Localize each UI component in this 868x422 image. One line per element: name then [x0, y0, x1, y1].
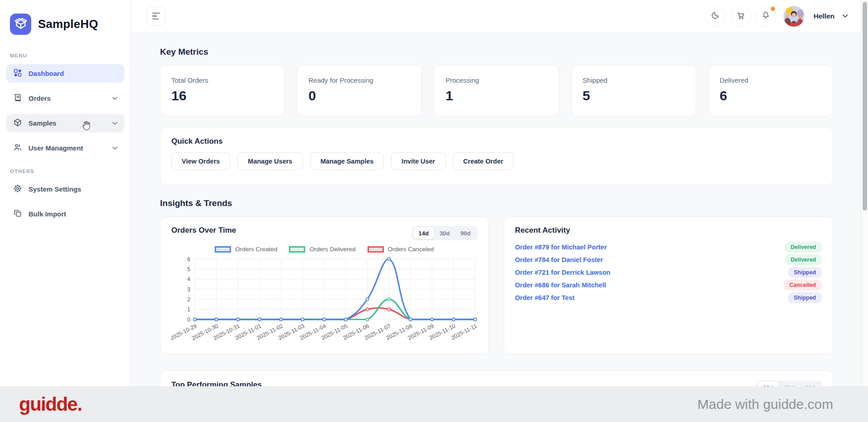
metric-label: Total Orders	[171, 76, 274, 84]
brand-name: SampleHQ	[38, 17, 98, 31]
orders-over-time-card: Orders Over Time 14d 30d 90d Orders Crea…	[160, 216, 489, 354]
metric-card-shipped: Shipped 5	[571, 65, 696, 117]
sidebar-item-dashboard[interactable]: Dashboard	[6, 64, 124, 83]
notification-dot	[771, 7, 775, 11]
menu-section-label: MENU	[10, 53, 131, 58]
user-name[interactable]: Hellen	[813, 12, 835, 20]
guidde-footer: guidde. Made with guidde.com	[0, 386, 868, 422]
avatar[interactable]	[783, 6, 804, 27]
dashboard-grid-icon	[13, 68, 22, 79]
activity-row: Order #879 for Michael Porter Delivered	[515, 241, 822, 253]
metric-card-ready-for-processing: Ready for Processing 0	[297, 65, 422, 117]
sidebar-item-label: Bulk Import	[28, 210, 66, 218]
order-link[interactable]: Order #784 for Daniel Foster	[515, 256, 603, 263]
orders-receipt-icon	[13, 93, 22, 103]
sidebar-item-orders[interactable]: Orders	[6, 89, 124, 108]
main-scrollbar[interactable]	[861, 0, 868, 386]
charts-row: Orders Over Time 14d 30d 90d Orders Crea…	[160, 216, 833, 354]
svg-text:6: 6	[187, 256, 190, 263]
metric-label: Ready for Processing	[308, 76, 410, 84]
range-30d-button[interactable]: 30d	[434, 227, 455, 239]
user-menu-chevron-icon[interactable]	[842, 14, 848, 18]
svg-text:1: 1	[187, 306, 190, 313]
topbar: Hellen	[131, 0, 868, 33]
svg-text:3: 3	[187, 286, 190, 293]
open-box-icon	[14, 17, 28, 32]
moon-icon	[711, 11, 720, 21]
metric-card-total-orders: Total Orders 16	[160, 65, 285, 117]
svg-text:2: 2	[187, 296, 190, 303]
svg-text:5: 5	[187, 266, 190, 272]
order-link[interactable]: Order #721 for Derrick Lawson	[515, 269, 610, 276]
recent-activity-title: Recent Activity	[515, 226, 822, 235]
key-metrics-title: Key Metrics	[160, 47, 833, 57]
samples-cube-icon	[13, 118, 22, 128]
brand: SampleHQ	[0, 0, 131, 35]
view-orders-button[interactable]: View Orders	[171, 152, 230, 170]
status-badge: Delivered	[785, 254, 822, 265]
status-badge: Delivered	[785, 242, 822, 253]
scrollbar-thumb[interactable]	[863, 2, 867, 211]
range-90d-button[interactable]: 90d	[455, 227, 476, 239]
others-section-label: OTHERS	[10, 169, 131, 174]
mouse-cursor	[81, 121, 90, 132]
orders-over-time-chart: 01234562025-10-292025-10-302025-10-31202…	[171, 255, 478, 351]
chart-range-selector: 14d 30d 90d	[412, 226, 477, 240]
metric-value: 6	[720, 88, 822, 103]
chart-legend: Orders CreatedOrders DeliveredOrders Can…	[171, 246, 477, 253]
metric-card-delivered: Delivered 6	[708, 65, 833, 117]
guidde-logo: guidde.	[19, 394, 82, 415]
sidebar-item-system-settings[interactable]: System Settings	[6, 180, 124, 198]
sidebar-item-label: Samples	[28, 119, 57, 127]
users-icon	[13, 143, 22, 153]
sidebar-item-label: Dashboard	[28, 70, 64, 77]
order-link[interactable]: Order #686 for Sarah Mitchell	[515, 281, 606, 289]
activity-row: Order #686 for Sarah Mitchell Cancelled	[515, 279, 822, 291]
legend-swatch	[368, 246, 384, 253]
metric-card-processing: Processing 1	[434, 65, 559, 117]
metrics-row: Total Orders 16 Ready for Processing 0 P…	[160, 65, 833, 117]
topbar-actions: Hellen	[705, 6, 848, 27]
invite-user-button[interactable]: Invite User	[391, 152, 445, 170]
order-link[interactable]: Order #879 for Michael Porter	[515, 244, 607, 251]
range-14d-button[interactable]: 14d	[413, 227, 434, 239]
quick-actions-title: Quick Actions	[171, 137, 822, 146]
chevron-down-icon	[112, 146, 118, 150]
create-order-button[interactable]: Create Order	[453, 152, 514, 170]
copy-icon	[13, 209, 22, 219]
chevron-down-icon	[112, 97, 118, 100]
metric-value: 16	[171, 88, 274, 103]
recent-activity-list: Order #879 for Michael Porter Delivered …	[515, 241, 822, 304]
status-badge: Shipped	[788, 292, 822, 303]
sidebar-item-samples[interactable]: Samples	[6, 114, 124, 132]
sidebar-item-user-managment[interactable]: User Managment	[6, 139, 124, 157]
sidebar-toggle-button[interactable]	[146, 7, 165, 26]
made-with-text: Made with guidde.com	[698, 397, 833, 412]
dark-mode-button[interactable]	[705, 6, 726, 27]
chevron-down-icon	[112, 122, 118, 125]
manage-samples-button[interactable]: Manage Samples	[310, 152, 384, 170]
recent-activity-card: Recent Activity Order #879 for Michael P…	[504, 216, 833, 354]
order-link[interactable]: Order #647 for Test	[515, 294, 575, 301]
gear-icon	[13, 184, 22, 194]
svg-text:0: 0	[187, 317, 190, 323]
sidebar-item-bulk-import[interactable]: Bulk Import	[6, 205, 124, 223]
metric-value: 5	[583, 88, 685, 103]
sidebar-item-label: Orders	[28, 94, 51, 102]
legend-swatch	[289, 246, 305, 253]
notifications-button[interactable]	[755, 6, 776, 27]
metric-label: Processing	[445, 76, 547, 84]
legend-item[interactable]: Orders Created	[215, 246, 277, 253]
manage-users-button[interactable]: Manage Users	[237, 152, 302, 170]
legend-item[interactable]: Orders Delivered	[289, 246, 355, 253]
sidebar-item-label: User Managment	[28, 144, 83, 152]
legend-label: Orders Delivered	[309, 246, 355, 253]
svg-text:4: 4	[187, 276, 190, 282]
insights-title: Insights & Trends	[160, 198, 833, 208]
status-badge: Cancelled	[783, 280, 822, 291]
cart-button[interactable]	[730, 6, 751, 27]
cart-icon	[736, 11, 745, 22]
legend-label: Orders Created	[235, 246, 277, 253]
legend-label: Orders Canceled	[388, 246, 434, 253]
legend-item[interactable]: Orders Canceled	[368, 246, 434, 253]
